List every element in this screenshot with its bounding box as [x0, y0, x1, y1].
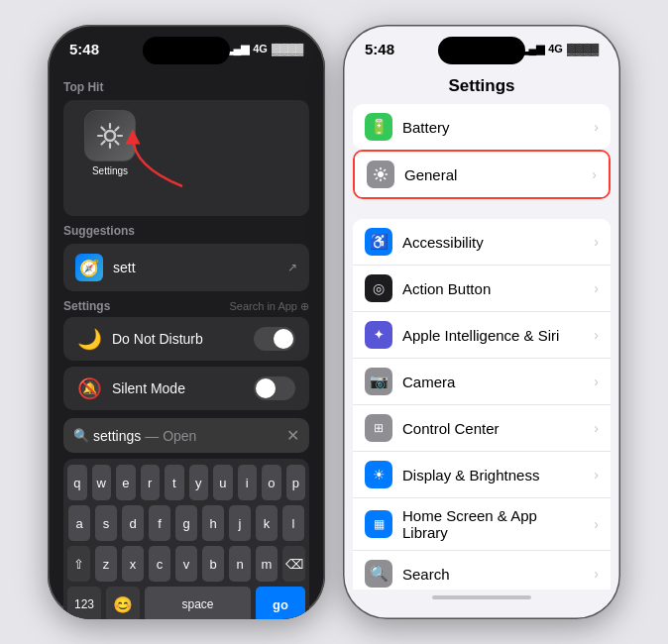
settings-item-camera[interactable]: 📷 Camera › [353, 359, 611, 405]
key-a[interactable]: a [68, 505, 90, 541]
key-emoji[interactable]: 😊 [106, 587, 140, 619]
settings-item-home-screen[interactable]: ▦ Home Screen & App Library › [353, 498, 611, 551]
svg-line-16 [384, 169, 386, 171]
settings-item-action-button[interactable]: ◎ Action Button › [353, 266, 611, 312]
settings-item-siri[interactable]: ✦ Apple Intelligence & Siri › [353, 312, 611, 359]
key-u[interactable]: u [213, 465, 233, 500]
key-o[interactable]: o [262, 465, 281, 500]
svg-line-14 [376, 169, 378, 171]
silent-mode-toggle[interactable] [254, 376, 295, 400]
search-chevron: › [594, 566, 599, 582]
red-arrow-icon [113, 117, 192, 196]
key-p[interactable]: p [286, 465, 306, 500]
suggestion-sett[interactable]: 🧭 sett ↗ [63, 244, 309, 291]
status-icons-left: ▂▄▆ 4G ▓▓▓▓ [225, 43, 303, 55]
key-i[interactable]: i [238, 465, 258, 500]
key-f[interactable]: f [149, 505, 170, 541]
dynamic-island-left [143, 37, 230, 64]
key-q[interactable]: q [67, 465, 87, 500]
key-k[interactable]: k [256, 505, 278, 541]
accessibility-label: Accessibility [402, 234, 584, 251]
key-h[interactable]: h [202, 505, 224, 541]
settings-item-search[interactable]: 🔍 Search › [353, 551, 611, 590]
accessibility-chevron: › [594, 234, 599, 250]
right-phone: 5:48 ▂▄▆ 4G ▓▓▓▓ Settings 🔋 Battery › [343, 25, 620, 619]
search-settings-icon: 🔍 [365, 560, 392, 588]
suggestions-label: Suggestions [63, 224, 309, 238]
search-bar[interactable]: 🔍 settings — Open ✕ [63, 418, 309, 453]
key-space[interactable]: space [145, 587, 251, 619]
settings-item-battery[interactable]: 🔋 Battery › [353, 104, 611, 150]
settings-section-bar: Settings Search in App ⊕ [63, 299, 309, 313]
battery-label: Battery [402, 119, 584, 136]
siri-label: Apple Intelligence & Siri [402, 327, 584, 344]
key-go[interactable]: go [256, 587, 305, 619]
key-t[interactable]: t [165, 465, 184, 500]
action-button-chevron: › [594, 280, 599, 296]
key-delete[interactable]: ⌫ [282, 546, 305, 582]
camera-label: Camera [402, 374, 584, 390]
battery-icon-left: ▓▓▓▓ [272, 43, 303, 54]
key-z[interactable]: z [95, 546, 117, 582]
control-center-label: Control Center [402, 420, 584, 437]
svg-line-15 [384, 177, 386, 179]
key-b[interactable]: b [202, 546, 224, 582]
key-l[interactable]: l [282, 505, 304, 541]
home-screen-chevron: › [594, 516, 599, 532]
network-type-left: 4G [253, 43, 268, 54]
svg-line-8 [102, 142, 105, 145]
control-center-icon: ⊞ [365, 414, 392, 442]
search-content: Top Hit [48, 80, 325, 619]
suggestion-arrow: ↗ [287, 261, 297, 274]
settings-item-general[interactable]: General › [355, 152, 609, 197]
key-j[interactable]: j [229, 505, 251, 541]
silent-mode-label: Silent Mode [112, 380, 185, 396]
key-g[interactable]: g [175, 505, 197, 541]
top-hit-label: Top Hit [63, 80, 309, 94]
key-shift[interactable]: ⇧ [67, 546, 90, 582]
key-x[interactable]: x [122, 546, 144, 582]
camera-chevron: › [594, 374, 599, 389]
general-highlighted[interactable]: General › [353, 150, 611, 199]
control-center-chevron: › [594, 420, 599, 436]
general-label: General [404, 166, 582, 183]
moon-icon: 🌙 [77, 327, 102, 351]
group-gap-1 [343, 199, 620, 219]
display-icon: ☀ [365, 461, 392, 488]
key-y[interactable]: y [189, 465, 209, 500]
key-n[interactable]: n [229, 546, 251, 582]
key-e[interactable]: e [116, 465, 136, 500]
keyboard-row-4: 123 😊 space go [67, 587, 305, 619]
do-not-disturb-row[interactable]: 🌙 Do Not Disturb [63, 317, 309, 361]
do-not-disturb-toggle[interactable] [254, 327, 295, 351]
safari-icon: 🧭 [75, 254, 103, 281]
battery-icon-right: ▓▓▓▓ [567, 43, 599, 54]
key-w[interactable]: w [92, 465, 112, 500]
search-settings-label: Search [402, 566, 584, 583]
settings-group-2: ♿ Accessibility › ◎ Action Button › ✦ Ap… [353, 219, 611, 590]
home-screen-icon: ▦ [365, 510, 392, 538]
general-chevron: › [592, 166, 597, 182]
settings-item-accessibility[interactable]: ♿ Accessibility › [353, 219, 611, 266]
settings-item-display[interactable]: ☀ Display & Brightness › [353, 452, 611, 498]
settings-section-label: Settings [63, 299, 110, 313]
key-c[interactable]: c [149, 546, 170, 582]
clear-search-button[interactable]: ✕ [286, 426, 299, 445]
action-button-label: Action Button [402, 280, 584, 297]
display-chevron: › [594, 467, 599, 483]
key-m[interactable]: m [256, 546, 278, 582]
key-v[interactable]: v [175, 546, 197, 582]
key-s[interactable]: s [95, 505, 117, 541]
key-123[interactable]: 123 [67, 587, 101, 619]
network-type-right: 4G [548, 43, 563, 54]
siri-chevron: › [594, 327, 599, 343]
home-indicator-right [432, 595, 531, 599]
silent-mode-row[interactable]: 🔕 Silent Mode [63, 367, 309, 410]
search-in-app[interactable]: Search in App ⊕ [230, 300, 310, 313]
time-right: 5:48 [365, 41, 394, 57]
key-r[interactable]: r [141, 465, 161, 500]
key-d[interactable]: d [122, 505, 144, 541]
settings-item-control-center[interactable]: ⊞ Control Center › [353, 405, 611, 452]
siri-icon: ✦ [365, 321, 392, 349]
settings-scroll[interactable]: 🔋 Battery › [343, 104, 620, 590]
